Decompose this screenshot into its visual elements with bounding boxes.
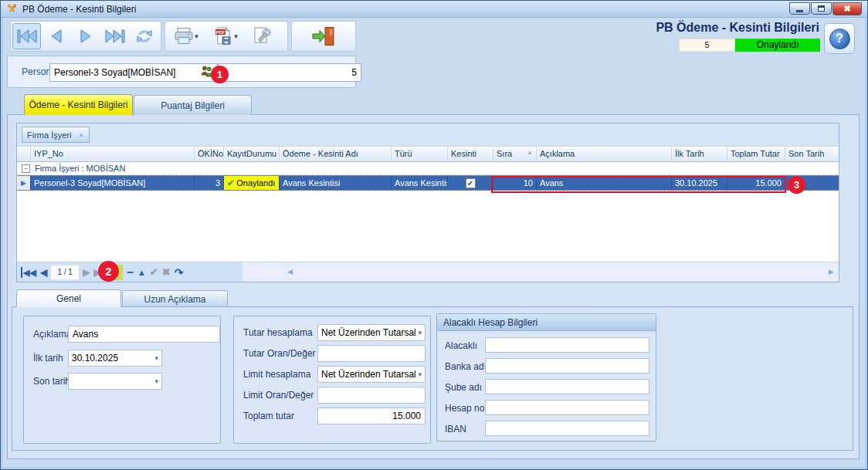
delete-row-button[interactable]: − bbox=[127, 267, 134, 278]
tab-genel[interactable]: Genel bbox=[16, 289, 121, 307]
column-header-odeme-kesinti-adi[interactable]: Ödeme - Kesinti Adı bbox=[280, 147, 392, 161]
group-row[interactable]: − Firma İşyeri : MOBİSAN bbox=[17, 162, 839, 175]
previous-record-button[interactable] bbox=[42, 23, 70, 49]
check-icon: ✔ bbox=[227, 178, 234, 188]
navigator-next-button[interactable]: ▶ bbox=[83, 267, 90, 278]
personel-code-value: 5 bbox=[351, 67, 357, 78]
scroll-right-icon[interactable]: ▶ bbox=[829, 268, 834, 276]
aciklama-input[interactable] bbox=[68, 326, 220, 343]
print-button[interactable]: ▾ bbox=[167, 23, 205, 49]
column-header-okino[interactable]: ÖKİNo bbox=[195, 147, 224, 161]
maximize-button[interactable] bbox=[811, 2, 832, 15]
collapse-group-icon[interactable]: − bbox=[22, 164, 30, 173]
title-bar: PB Ödeme - Kesinti Bilgileri bbox=[1, 1, 867, 18]
tab-label: Uzun Açıklama bbox=[144, 294, 205, 305]
banka-adi-input[interactable] bbox=[485, 358, 649, 374]
limit-hesaplama-select[interactable]: Net Üzerinden Tutarsal ▾ bbox=[317, 366, 426, 383]
chevron-down-icon[interactable]: ▾ bbox=[154, 377, 158, 385]
personel-code-input[interactable]: 5 bbox=[218, 63, 361, 82]
chevron-down-icon[interactable]: ▾ bbox=[154, 354, 158, 362]
annotation-badge-1: 1 bbox=[211, 66, 229, 83]
deductions-grid: Firma İşyeri ▲ IYP_No ÖKİNo KayıtDurumu … bbox=[16, 123, 839, 282]
confirm-edit-button[interactable]: ✔ bbox=[150, 267, 158, 278]
chevron-down-icon[interactable]: ▾ bbox=[418, 370, 422, 378]
refresh-button[interactable] bbox=[130, 23, 158, 49]
status-badge: Onaylandı bbox=[735, 39, 820, 52]
last-record-button[interactable] bbox=[100, 23, 129, 49]
column-header-iyp-no[interactable]: IYP_No bbox=[31, 147, 195, 161]
limit-hesaplama-value: Net Üzerinden Tutarsal bbox=[321, 369, 416, 380]
personel-input[interactable]: Personel-3 Soyad[MOBİSAN] bbox=[49, 63, 218, 82]
column-header-aciklama[interactable]: Açıklama bbox=[537, 147, 672, 161]
pager-label: 1 / 1 bbox=[51, 265, 79, 279]
grid-footer: ◀◀ ◀ 1 / 1 ▶ ▶ + − ▲ ✔ ✖ ↷ ◀ ▶ bbox=[17, 262, 839, 282]
next-record-button[interactable] bbox=[71, 23, 100, 49]
scroll-left-icon[interactable]: ◀ bbox=[287, 268, 293, 276]
cell-aciklama: Avans bbox=[537, 176, 672, 190]
column-header-sira[interactable]: Sıra ▲ bbox=[493, 147, 537, 161]
cell-okino: 3 bbox=[195, 176, 224, 190]
personel-value: Personel-3 Soyad[MOBİSAN] bbox=[54, 67, 175, 78]
minimize-button[interactable] bbox=[789, 2, 810, 15]
exit-button[interactable] bbox=[300, 23, 347, 49]
print-toolbar: ▾ PDF ▾ bbox=[164, 21, 288, 52]
limit-oran-label: Limit Oran/Değer bbox=[243, 390, 314, 401]
refresh-icon bbox=[135, 28, 154, 45]
genel-tab-page: Açıklama İlk tarih 30.10.2025 ▾ Son tari… bbox=[12, 306, 853, 451]
export-pdf-button[interactable]: PDF ▾ bbox=[206, 23, 245, 49]
tab-puantaj-bilgileri[interactable]: Puantaj Bilgileri bbox=[134, 95, 252, 115]
column-header-ilk-tarih[interactable]: İlk Tarih bbox=[672, 147, 727, 161]
sube-adi-input[interactable] bbox=[485, 379, 649, 394]
print-preview-button[interactable] bbox=[246, 23, 278, 49]
ilk-tarih-label: İlk tarih bbox=[33, 353, 63, 363]
navigator-first-button[interactable]: ◀◀ bbox=[21, 267, 36, 278]
print-dropdown-caret[interactable]: ▾ bbox=[195, 32, 198, 40]
pdf-dropdown-caret[interactable]: ▾ bbox=[234, 32, 238, 40]
group-row-label: Firma İşyeri : MOBİSAN bbox=[35, 164, 125, 173]
toplam-tutar-input[interactable] bbox=[317, 407, 426, 424]
limit-oran-input[interactable] bbox=[317, 387, 426, 404]
column-header-son-tarih[interactable]: Son Tarih bbox=[785, 147, 839, 161]
column-header-kesinti[interactable]: Kesinti bbox=[448, 147, 493, 161]
column-header-turu[interactable]: Türü bbox=[392, 147, 448, 161]
hesap-no-label: Hesap no bbox=[445, 403, 484, 414]
grid-horizontal-scrollbar[interactable]: ◀ ▶ bbox=[242, 262, 839, 282]
column-header-toplam-tutar[interactable]: Toplam Tutar bbox=[727, 147, 785, 161]
help-button[interactable]: ? bbox=[824, 23, 855, 54]
previous-record-icon bbox=[49, 28, 64, 45]
navigator-prev-button[interactable]: ◀ bbox=[40, 267, 47, 278]
hesap-no-input[interactable] bbox=[485, 400, 649, 415]
table-row-selected[interactable]: ▶ Personel-3 Soyad[MOBİSAN] 3 ✔ Onayland… bbox=[17, 175, 839, 191]
tab-uzun-aciklama[interactable]: Uzun Açıklama bbox=[122, 290, 228, 307]
close-button[interactable]: ✖ bbox=[832, 2, 862, 15]
group-by-firma-isyeri-button[interactable]: Firma İşyeri ▲ bbox=[22, 127, 90, 143]
alacakli-group-box: Alacaklı Hesap Bilgileri Alacaklı Banka … bbox=[436, 313, 656, 441]
tutar-hesaplama-select[interactable]: Net Üzerinden Tutarsal ▾ bbox=[317, 324, 426, 341]
close-icon: ✖ bbox=[843, 4, 850, 14]
refresh-rows-button[interactable]: ↷ bbox=[175, 267, 184, 278]
cell-sira: 10 bbox=[493, 176, 537, 190]
chevron-down-icon[interactable]: ▾ bbox=[418, 329, 422, 336]
cell-iyp-no: Personel-3 Soyad[MOBİSAN] bbox=[31, 176, 195, 190]
tutar-oran-input[interactable] bbox=[317, 345, 426, 362]
son-tarih-datepicker[interactable]: ▾ bbox=[68, 373, 162, 390]
column-header-indicator bbox=[17, 147, 31, 161]
alacakli-input[interactable] bbox=[485, 337, 649, 353]
column-header-kayitdurumu[interactable]: KayıtDurumu bbox=[224, 147, 280, 161]
cell-toplam-tutar: 15.000 bbox=[727, 176, 785, 190]
aciklama-label: Açıklama bbox=[33, 329, 71, 340]
exit-door-icon bbox=[311, 26, 336, 46]
ilk-tarih-datepicker[interactable]: 30.10.2025 ▾ bbox=[68, 350, 162, 367]
kesinti-checkbox[interactable]: ✔ bbox=[466, 178, 476, 188]
alacakli-label: Alacaklı bbox=[445, 340, 477, 351]
sort-asc-icon: ▲ bbox=[527, 149, 533, 161]
first-record-button[interactable] bbox=[12, 23, 41, 49]
grid-header-row: IYP_No ÖKİNo KayıtDurumu Ödeme - Kesinti… bbox=[17, 147, 839, 162]
cancel-edit-button[interactable]: ✖ bbox=[162, 267, 171, 278]
tab-odeme-kesinti-bilgileri[interactable]: Ödeme - Kesinti Bilgileri bbox=[24, 94, 133, 115]
minimize-icon bbox=[796, 10, 803, 12]
iban-input[interactable] bbox=[485, 421, 649, 436]
group-by-label: Firma İşyeri bbox=[27, 130, 71, 140]
edit-row-button[interactable]: ▲ bbox=[137, 267, 146, 278]
cell-kayit-durumu: ✔ Onaylandı bbox=[224, 176, 280, 190]
